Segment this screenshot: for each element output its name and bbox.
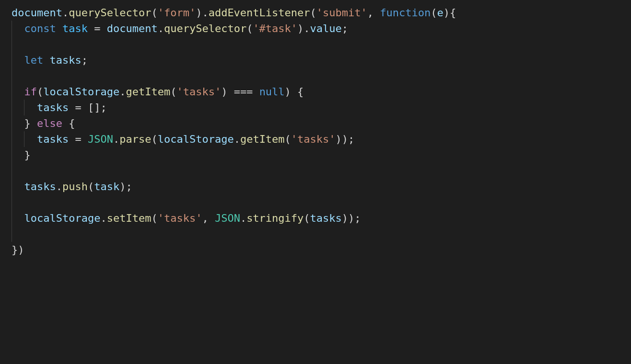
token-ctrl: if [24, 86, 37, 98]
token-punc: } [24, 117, 37, 129]
code-line[interactable]: tasks = []; [12, 100, 619, 115]
token-punc: . [113, 133, 119, 145]
token-punc: . [234, 133, 240, 145]
token-type: JSON [88, 133, 113, 145]
token-ctrl: else [37, 117, 62, 129]
token-obj: task [94, 181, 119, 193]
token-punc: ( [151, 133, 157, 145]
token-punc: . [240, 212, 246, 224]
token-punc: ) { [285, 86, 304, 98]
token-meth: push [62, 181, 88, 193]
token-punc [43, 54, 49, 66]
token-kw: const [24, 23, 56, 34]
token-punc: . [119, 86, 126, 98]
token-obj: e [437, 7, 444, 19]
token-str: 'tasks' [158, 212, 202, 224]
token-obj: value [310, 23, 342, 34]
token-punc: ). [196, 7, 209, 19]
token-punc: ( [431, 7, 437, 19]
token-punc: ( [88, 181, 94, 193]
code-line[interactable]: } [12, 147, 619, 163]
token-punc: . [62, 7, 69, 19]
code-line[interactable]: const task = document.querySelector('#ta… [12, 21, 619, 36]
code-line[interactable] [12, 36, 619, 52]
token-punc: } [24, 149, 31, 161]
code-block[interactable]: document.querySelector('form').addEventL… [12, 5, 619, 258]
code-line[interactable]: } else { [12, 115, 619, 131]
token-punc: )); [342, 212, 361, 224]
token-obj: tasks [24, 181, 56, 193]
token-str: 'tasks' [291, 133, 336, 145]
token-obj: document [12, 7, 62, 19]
token-obj: tasks [310, 212, 342, 224]
token-meth: getItem [240, 133, 285, 145]
token-punc: = []; [69, 102, 106, 114]
token-punc: { [62, 117, 75, 129]
code-line[interactable]: }) [12, 242, 619, 258]
token-meth: querySelector [164, 23, 246, 34]
token-punc: , [367, 7, 380, 19]
code-line[interactable] [12, 226, 619, 242]
token-punc: ); [119, 181, 132, 193]
token-punc: ( [304, 212, 310, 224]
token-punc: }) [12, 244, 24, 256]
token-meth: setItem [107, 212, 152, 224]
token-str: 'tasks' [176, 86, 221, 98]
token-punc: ( [37, 86, 43, 98]
token-punc: ( [285, 133, 291, 145]
code-line[interactable]: localStorage.setItem('tasks', JSON.strin… [12, 210, 619, 226]
token-punc: ( [246, 23, 253, 34]
token-obj: tasks [37, 102, 69, 114]
token-punc: ). [297, 23, 310, 34]
token-punc: ){ [444, 7, 456, 19]
code-line[interactable]: document.querySelector('form').addEventL… [12, 5, 619, 21]
token-kw: function [380, 7, 431, 19]
token-punc: ) === [221, 86, 259, 98]
token-obj: localStorage [43, 86, 119, 98]
token-punc: ( [151, 7, 157, 19]
token-kw: let [24, 54, 44, 66]
token-punc: = [69, 133, 88, 145]
code-line[interactable]: tasks.push(task); [12, 179, 619, 194]
token-const: task [62, 23, 88, 34]
token-meth: getItem [126, 86, 170, 98]
token-punc: ( [170, 86, 176, 98]
code-line[interactable] [12, 194, 619, 210]
token-meth: addEventListener [209, 7, 310, 19]
token-str: '#task' [253, 23, 297, 34]
token-kw: null [259, 86, 285, 98]
code-line[interactable]: if(localStorage.getItem('tasks') === nul… [12, 84, 619, 100]
token-punc: . [158, 23, 164, 34]
token-obj: tasks [37, 133, 69, 145]
token-type: JSON [215, 212, 240, 224]
token-meth: parse [119, 133, 151, 145]
token-punc [56, 23, 62, 34]
code-line[interactable] [12, 68, 619, 84]
token-meth: stringify [246, 212, 304, 224]
token-punc: , [202, 212, 215, 224]
token-str: 'submit' [316, 7, 367, 19]
token-str: 'form' [158, 7, 196, 19]
token-punc: = [88, 23, 107, 34]
token-punc: . [56, 181, 62, 193]
token-punc: ; [342, 23, 348, 34]
token-obj: document [107, 23, 158, 34]
code-line[interactable] [12, 163, 619, 179]
token-punc: )); [336, 133, 355, 145]
token-obj: localStorage [158, 133, 234, 145]
token-obj: localStorage [24, 212, 101, 224]
token-obj: tasks [50, 54, 82, 66]
token-punc: ; [82, 54, 88, 66]
token-meth: querySelector [69, 7, 151, 19]
token-punc: ( [151, 212, 157, 224]
code-line[interactable]: tasks = JSON.parse(localStorage.getItem(… [12, 131, 619, 147]
code-line[interactable]: let tasks; [12, 52, 619, 68]
token-punc: ( [310, 7, 316, 19]
token-punc: . [100, 212, 106, 224]
